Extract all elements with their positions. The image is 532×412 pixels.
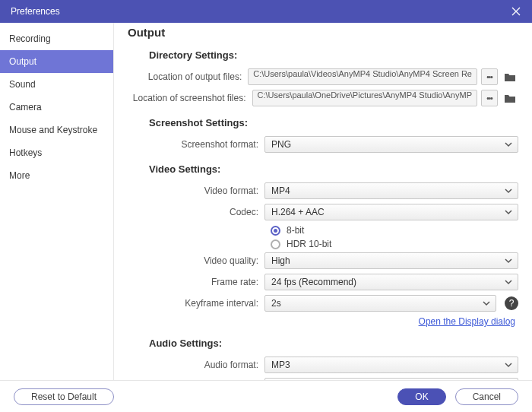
sidebar-item-recording[interactable]: Recording (0, 27, 113, 50)
radio-8bit-label: 8-bit (287, 225, 304, 236)
close-icon[interactable] (511, 6, 521, 17)
video-format-label: Video format: (128, 185, 264, 196)
audio-format-select[interactable]: MP3 (264, 357, 518, 373)
output-files-label: Location of output files: (128, 71, 248, 82)
section-directory-title: Directory Settings: (149, 49, 518, 61)
video-format-select[interactable]: MP4 (264, 182, 518, 199)
chevron-down-icon (504, 140, 513, 149)
radio-hdr10bit-label: HDR 10-bit (287, 239, 331, 249)
ellipsis-icon: ••• (486, 73, 492, 81)
frame-rate-label: Frame rate: (128, 277, 264, 287)
folder-icon (504, 71, 516, 82)
titlebar: Preferences (0, 0, 532, 23)
folder-icon (504, 93, 516, 103)
chevron-down-icon (504, 360, 513, 369)
page-title: Output (128, 26, 518, 39)
screenshot-browse-button[interactable]: ••• (481, 90, 498, 106)
video-codec-value: H.264 + AAC (271, 207, 325, 217)
chevron-down-icon (504, 277, 513, 287)
video-format-value: MP4 (271, 185, 290, 196)
cancel-button[interactable]: Cancel (455, 388, 518, 405)
screenshot-format-value: PNG (271, 139, 291, 150)
audio-format-label: Audio format: (128, 360, 264, 370)
screenshot-format-label: Screenshot format: (128, 139, 264, 150)
ellipsis-icon: ••• (486, 94, 492, 103)
output-files-path[interactable]: C:\Users\paula\Videos\AnyMP4 Studio\AnyM… (248, 68, 477, 85)
sidebar-item-sound[interactable]: Sound (0, 73, 113, 96)
sidebar: Recording Output Sound Camera Mouse and … (0, 23, 114, 380)
chevron-down-icon (482, 299, 491, 308)
main-panel: Output Directory Settings: Location of o… (114, 23, 532, 380)
section-video-title: Video Settings: (149, 163, 518, 175)
chevron-down-icon (504, 256, 513, 265)
footer: Reset to Default OK Cancel (0, 380, 532, 412)
sidebar-item-more[interactable]: More (0, 164, 113, 187)
chevron-down-icon (504, 208, 513, 217)
sidebar-item-output[interactable]: Output (0, 50, 113, 73)
video-quality-value: High (271, 255, 290, 266)
section-audio-title: Audio Settings: (149, 338, 518, 349)
audio-format-value: MP3 (271, 360, 290, 370)
output-browse-button[interactable]: ••• (481, 68, 498, 85)
open-display-dialog-link[interactable]: Open the Display dialog (128, 316, 515, 327)
keyframe-label: Keyframe interval: (128, 298, 264, 309)
output-open-folder-button[interactable] (502, 68, 518, 85)
sidebar-item-mouse-keystroke[interactable]: Mouse and Keystroke (0, 119, 113, 141)
frame-rate-select[interactable]: 24 fps (Recommend) (264, 274, 518, 290)
screenshot-open-folder-button[interactable] (502, 90, 518, 106)
video-codec-label: Codec: (128, 207, 264, 217)
ok-button[interactable]: OK (397, 388, 445, 405)
keyframe-help-button[interactable]: ? (505, 296, 518, 310)
radio-8bit[interactable] (271, 226, 280, 236)
screenshot-format-select[interactable]: PNG (264, 136, 518, 153)
radio-hdr10bit[interactable] (271, 239, 280, 249)
sidebar-item-hotkeys[interactable]: Hotkeys (0, 141, 113, 164)
screenshot-files-label: Location of screenshot files: (128, 93, 252, 103)
window-title: Preferences (11, 6, 60, 17)
video-quality-select[interactable]: High (264, 252, 518, 269)
screenshot-files-path[interactable]: C:\Users\paula\OneDrive\Pictures\AnyMP4 … (252, 90, 477, 106)
keyframe-select[interactable]: 2s (264, 295, 496, 312)
section-screenshot-title: Screenshot Settings: (149, 117, 518, 128)
chevron-down-icon (504, 186, 513, 195)
video-quality-label: Video quality: (128, 255, 264, 266)
sidebar-item-camera[interactable]: Camera (0, 96, 113, 119)
video-codec-select[interactable]: H.264 + AAC (264, 204, 518, 220)
reset-to-default-button[interactable]: Reset to Default (14, 388, 114, 405)
keyframe-value: 2s (271, 298, 281, 309)
frame-rate-value: 24 fps (Recommend) (271, 277, 356, 287)
